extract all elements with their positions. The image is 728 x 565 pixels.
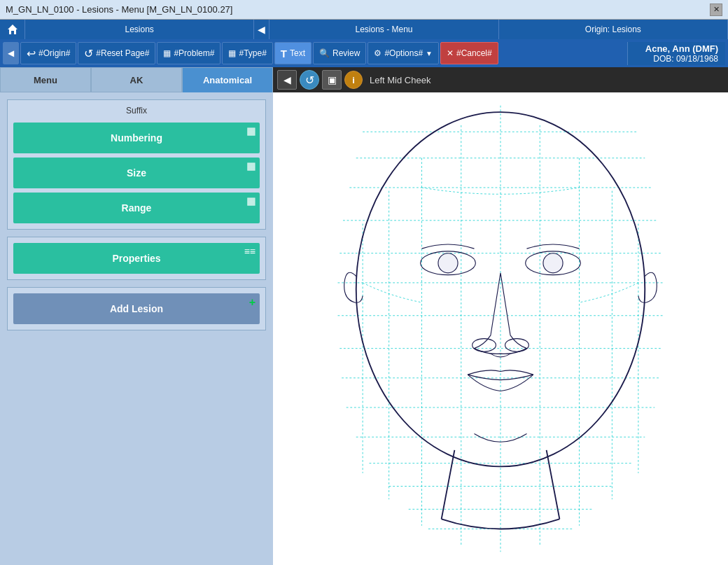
- right-panel: ◀ ↺ ▣ i Left Mid Cheek .grid-line { stro…: [273, 67, 728, 565]
- properties-box: Properties ≡≡: [7, 237, 266, 280]
- properties-button[interactable]: Properties ≡≡: [13, 243, 260, 274]
- image-refresh-icon: ↺: [305, 74, 314, 87]
- main-content: Menu AK Anatomical Suffix Numbering ▦ Si…: [0, 67, 728, 565]
- patient-dob: DOB: 09/18/1968: [635, 54, 718, 64]
- suffix-box: Suffix Numbering ▦ Size ▦ Range ▦: [7, 99, 266, 230]
- back-button[interactable]: ◀: [3, 42, 19, 64]
- face-diagram[interactable]: .grid-line { stroke: #00cccc; stroke-wid…: [273, 92, 728, 565]
- image-info-button[interactable]: i: [344, 71, 363, 89]
- left-content-area: Suffix Numbering ▦ Size ▦ Range ▦ Proper…: [0, 92, 273, 565]
- text-button[interactable]: T Text: [274, 42, 312, 64]
- size-corner-icon: ▦: [246, 160, 255, 172]
- size-button[interactable]: Size ▦: [13, 158, 260, 188]
- image-toolbar: ◀ ↺ ▣ i Left Mid Cheek: [273, 67, 728, 92]
- tab-anatomical[interactable]: Anatomical: [182, 67, 273, 92]
- back-icon: ◀: [8, 48, 14, 58]
- left-panel: Menu AK Anatomical Suffix Numbering ▦ Si…: [0, 67, 273, 565]
- type-button[interactable]: ▦ #Type#: [222, 42, 272, 64]
- problem-button[interactable]: ▦ #Problem#: [157, 42, 220, 64]
- add-lesion-button[interactable]: Add Lesion +: [13, 293, 260, 324]
- window-title: M_GN_LN_0100 - Lesions - Menu [M_GN_LN_0…: [6, 4, 232, 15]
- tabs: Menu AK Anatomical: [0, 67, 273, 92]
- problem-icon: ▦: [163, 48, 171, 58]
- cancel-button[interactable]: ✕ #Cancel#: [440, 42, 498, 64]
- reset-page-button[interactable]: ↺ #Reset Page#: [78, 42, 155, 64]
- toolbar: ◀ ↩ #Origin# ↺ #Reset Page# ▦ #Problem# …: [0, 39, 728, 67]
- reset-icon: ↺: [84, 47, 93, 60]
- location-label: Left Mid Cheek: [370, 75, 430, 85]
- image-square-button[interactable]: ▣: [322, 70, 342, 90]
- title-bar: M_GN_LN_0100 - Lesions - Menu [M_GN_LN_0…: [0, 0, 728, 20]
- range-button[interactable]: Range ▦: [13, 193, 260, 223]
- image-refresh-button[interactable]: ↺: [300, 70, 319, 90]
- options-dropdown-icon: ▼: [426, 50, 433, 57]
- origin-button[interactable]: ↩ #Origin#: [20, 42, 76, 64]
- patient-info: Acne, Ann (DMF) DOB: 09/18/1968: [627, 42, 725, 65]
- suffix-title: Suffix: [13, 106, 260, 116]
- nav-lesions-menu[interactable]: Lesions - Menu: [270, 20, 498, 39]
- text-icon: T: [281, 48, 287, 60]
- close-button[interactable]: ✕: [710, 4, 722, 16]
- range-corner-icon: ▦: [246, 195, 255, 207]
- svg-point-27: [438, 253, 458, 273]
- face-image-area[interactable]: .grid-line { stroke: #00cccc; stroke-wid…: [273, 92, 728, 565]
- svg-point-31: [505, 339, 529, 352]
- patient-name: Acne, Ann (DMF): [635, 43, 718, 54]
- origin-icon: ↩: [27, 47, 36, 60]
- cancel-icon: ✕: [447, 48, 454, 58]
- nav-arrow[interactable]: ◀: [254, 20, 270, 39]
- review-button[interactable]: 🔍 Review: [313, 42, 366, 64]
- add-lesion-box: Add Lesion +: [7, 287, 266, 330]
- nav-origin-lesions[interactable]: Origin: Lesions: [499, 20, 728, 39]
- type-icon: ▦: [228, 48, 236, 58]
- options-icon: ⚙: [374, 48, 382, 58]
- numbering-button[interactable]: Numbering ▦: [13, 123, 260, 153]
- tab-ak[interactable]: AK: [91, 67, 182, 92]
- add-lesion-icon: +: [249, 296, 255, 309]
- review-icon: 🔍: [319, 48, 330, 58]
- image-info-icon: i: [352, 75, 355, 85]
- home-button[interactable]: [0, 20, 25, 39]
- tab-menu[interactable]: Menu: [0, 67, 91, 92]
- options-button[interactable]: ⚙ #Options# ▼: [368, 42, 439, 64]
- image-back-icon: ◀: [284, 74, 291, 85]
- image-back-button[interactable]: ◀: [277, 70, 297, 90]
- svg-marker-0: [8, 25, 18, 34]
- image-square-icon: ▣: [328, 74, 337, 85]
- nav-bar: Lesions ◀ Lesions - Menu Origin: Lesions: [0, 20, 728, 39]
- numbering-corner-icon: ▦: [246, 125, 255, 137]
- svg-point-30: [472, 339, 496, 352]
- svg-point-29: [543, 253, 563, 273]
- nav-lesions[interactable]: Lesions: [25, 20, 254, 39]
- properties-icon: ≡≡: [244, 246, 255, 257]
